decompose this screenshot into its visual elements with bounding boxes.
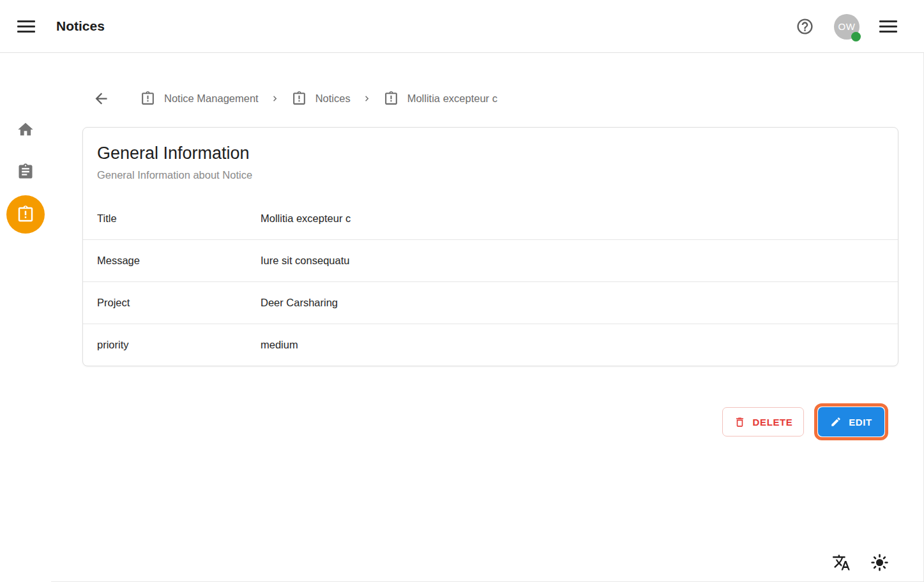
action-buttons: DELETE EDIT bbox=[82, 403, 898, 440]
breadcrumb-item-notice-management[interactable]: Notice Management bbox=[140, 91, 259, 107]
edit-button-label: EDIT bbox=[849, 417, 872, 428]
field-row-title: Title Mollitia excepteur c bbox=[83, 197, 898, 239]
field-value: Iure sit consequatu bbox=[261, 255, 349, 267]
field-row-project: Project Deer Carsharing bbox=[83, 281, 898, 324]
field-label: priority bbox=[97, 339, 261, 351]
sidebar-item-home[interactable] bbox=[0, 121, 51, 138]
field-list: Title Mollitia excepteur c Message Iure … bbox=[83, 197, 898, 366]
utility-icons bbox=[832, 553, 889, 572]
sidebar-item-notices[interactable] bbox=[0, 195, 51, 234]
notice-icon bbox=[140, 91, 156, 107]
breadcrumb-label: Notice Management bbox=[164, 93, 259, 105]
breadcrumb-item-current[interactable]: Mollitia excepteur c bbox=[383, 91, 497, 107]
online-status-dot bbox=[851, 32, 861, 41]
avatar-initials: OW bbox=[838, 21, 856, 32]
translate-icon[interactable] bbox=[832, 553, 851, 572]
clipboard-icon bbox=[17, 163, 34, 181]
card-header: General Information General Information … bbox=[83, 128, 898, 182]
help-icon[interactable] bbox=[796, 17, 814, 36]
page-title: Notices bbox=[56, 19, 105, 34]
trash-icon bbox=[734, 416, 746, 428]
field-row-message: Message Iure sit consequatu bbox=[83, 239, 898, 281]
card-title: General Information bbox=[97, 142, 884, 164]
notice-icon bbox=[383, 91, 399, 107]
field-row-priority: priority medium bbox=[83, 324, 898, 366]
general-information-card: General Information General Information … bbox=[82, 127, 898, 366]
brightness-icon[interactable] bbox=[870, 553, 889, 572]
chevron-right-icon bbox=[361, 93, 372, 104]
overflow-menu-icon[interactable] bbox=[879, 20, 897, 33]
sidebar-active-circle bbox=[6, 195, 45, 234]
breadcrumb: Notice Management Notices Mollitia excep… bbox=[93, 88, 898, 108]
field-value: Deer Carsharing bbox=[261, 297, 338, 309]
back-arrow-icon[interactable] bbox=[93, 90, 110, 107]
app-bar: Notices OW bbox=[0, 0, 924, 53]
menu-icon[interactable] bbox=[17, 20, 35, 33]
field-value: medium bbox=[261, 339, 298, 351]
avatar[interactable]: OW bbox=[834, 14, 860, 40]
delete-button-label: DELETE bbox=[753, 417, 793, 428]
field-label: Message bbox=[97, 255, 261, 267]
pencil-icon bbox=[830, 416, 842, 428]
field-label: Project bbox=[97, 297, 261, 309]
app-bar-right: OW bbox=[796, 0, 897, 53]
delete-button[interactable]: DELETE bbox=[722, 407, 804, 436]
breadcrumb-label: Notices bbox=[315, 93, 351, 105]
edit-button-highlight-ring: EDIT bbox=[814, 403, 888, 440]
field-value: Mollitia excepteur c bbox=[261, 213, 351, 225]
notice-icon bbox=[291, 91, 307, 107]
field-label: Title bbox=[97, 213, 261, 225]
notice-icon bbox=[16, 205, 35, 224]
breadcrumb-item-notices[interactable]: Notices bbox=[291, 91, 351, 107]
card-subtitle: General Information about Notice bbox=[97, 168, 884, 182]
breadcrumb-items: Notice Management Notices Mollitia excep… bbox=[140, 91, 497, 107]
chevron-right-icon bbox=[269, 93, 280, 104]
breadcrumb-label: Mollitia excepteur c bbox=[407, 93, 497, 105]
home-icon bbox=[17, 121, 34, 138]
sidebar bbox=[0, 53, 51, 582]
edit-button[interactable]: EDIT bbox=[818, 407, 884, 436]
sidebar-item-tasks[interactable] bbox=[0, 163, 51, 181]
